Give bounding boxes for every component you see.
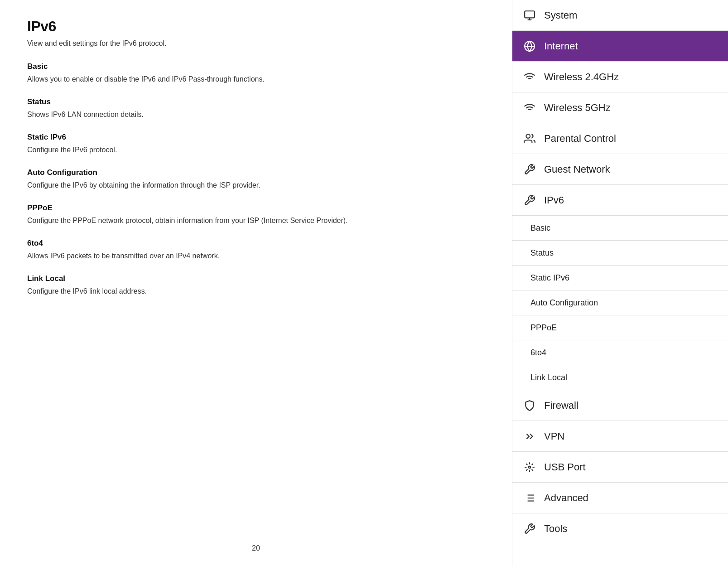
sidebar-item-static-ipv6[interactable]: Static IPv6 [512,266,728,290]
page-title: IPv6 [27,18,485,35]
main-content: IPv6 View and edit settings for the IPv6… [0,0,512,328]
sidebar-label-parental-control: Parental Control [544,133,616,145]
section-auto-configuration: Auto ConfigurationConfigure the IPv6 by … [27,168,485,191]
sidebar-label-wireless-5: Wireless 5GHz [544,102,611,114]
sidebar-label-internet: Internet [544,40,578,52]
sidebar-label-tools: Tools [544,523,567,535]
sidebar-item-ipv6[interactable]: IPv6 [512,185,728,216]
wrench-icon [521,161,538,178]
sidebar-item-basic[interactable]: Basic [512,216,728,241]
sidebar-label-pppoe: PPPoE [530,323,557,333]
section-title-6to4: 6to4 [27,239,485,248]
sidebar-label-static-ipv6: Static IPv6 [530,273,569,283]
sidebar-item-usb-port[interactable]: USB Port [512,452,728,483]
sidebar-label-6to4: 6to4 [530,348,546,358]
sidebar-item-system[interactable]: System [512,0,728,31]
section-desc-status: Shows IPv6 LAN connection details. [27,109,485,120]
page-subtitle: View and edit settings for the IPv6 prot… [27,39,485,48]
sidebar-item-firewall[interactable]: Firewall [512,390,728,421]
sidebar-label-basic: Basic [530,223,550,233]
sidebar-item-internet[interactable]: Internet [512,31,728,62]
monitor-icon [521,7,538,24]
section-6to4: 6to4Allows IPv6 packets to be transmitte… [27,239,485,261]
section-pppoe: PPPoEConfigure the PPPoE network protoco… [27,203,485,226]
vpn-icon [521,428,538,445]
sidebar-item-parental-control[interactable]: Parental Control [512,123,728,154]
page-number: 20 [252,544,260,552]
section-title-auto-configuration: Auto Configuration [27,168,485,177]
sidebar-item-guest-network[interactable]: Guest Network [512,154,728,185]
shield-icon [521,397,538,414]
section-desc-static-ipv6: Configure the IPv6 protocol. [27,145,485,155]
svg-rect-0 [525,11,535,18]
sidebar-item-vpn[interactable]: VPN [512,421,728,452]
svg-point-6 [526,134,530,138]
sidebar-item-pppoe[interactable]: PPPoE [512,315,728,340]
section-title-basic: Basic [27,62,485,71]
sidebar-label-ipv6: IPv6 [544,194,564,206]
sidebar-label-guest-network: Guest Network [544,164,610,175]
section-desc-link-local: Configure the IPv6 link local address. [27,286,485,297]
section-title-status: Status [27,97,485,106]
sidebar-item-link-local[interactable]: Link Local [512,365,728,390]
section-status: StatusShows IPv6 LAN connection details. [27,97,485,120]
sections-container: BasicAllows you to enable or disable the… [27,62,485,297]
users-icon [521,131,538,147]
sidebar-label-status: Status [530,248,554,258]
sidebar-item-tools[interactable]: Tools [512,513,728,544]
section-title-static-ipv6: Static IPv6 [27,133,485,142]
sidebar-label-system: System [544,10,577,21]
section-static-ipv6: Static IPv6Configure the IPv6 protocol. [27,133,485,155]
section-desc-pppoe: Configure the PPPoE network protocol, ob… [27,215,485,226]
sidebar-label-auto-configuration: Auto Configuration [530,298,598,308]
sidebar-label-wireless-24: Wireless 2.4GHz [544,71,619,83]
sidebar-item-advanced[interactable]: Advanced [512,483,728,513]
sidebar-items-container: SystemInternetWireless 2.4GHzWireless 5G… [512,0,728,544]
section-desc-basic: Allows you to enable or disable the IPv6… [27,74,485,85]
section-title-link-local: Link Local [27,274,485,283]
wifi-icon [521,69,538,85]
tools-icon [521,521,538,537]
sidebar: SystemInternetWireless 2.4GHzWireless 5G… [512,0,728,566]
sidebar-item-status[interactable]: Status [512,241,728,266]
sidebar-label-usb-port: USB Port [544,461,586,473]
wrench-icon [521,192,538,208]
sidebar-label-vpn: VPN [544,431,564,442]
advanced-icon [521,490,538,506]
wifi-icon [521,100,538,116]
main-wrapper: IPv6 View and edit settings for the IPv6… [0,0,512,566]
section-basic: BasicAllows you to enable or disable the… [27,62,485,85]
sidebar-label-link-local: Link Local [530,373,567,382]
section-desc-6to4: Allows IPv6 packets to be transmitted ov… [27,251,485,261]
sidebar-item-wireless-5[interactable]: Wireless 5GHz [512,92,728,123]
sidebar-item-6to4[interactable]: 6to4 [512,340,728,365]
sidebar-label-advanced: Advanced [544,492,588,504]
sidebar-item-auto-configuration[interactable]: Auto Configuration [512,290,728,315]
svg-point-7 [529,466,530,468]
section-link-local: Link LocalConfigure the IPv6 link local … [27,274,485,297]
section-title-pppoe: PPPoE [27,203,485,213]
sidebar-item-wireless-24[interactable]: Wireless 2.4GHz [512,62,728,92]
globe-icon [521,38,538,54]
sidebar-label-firewall: Firewall [544,400,579,411]
section-desc-auto-configuration: Configure the IPv6 by obtaining the info… [27,180,485,191]
usb-icon [521,459,538,475]
